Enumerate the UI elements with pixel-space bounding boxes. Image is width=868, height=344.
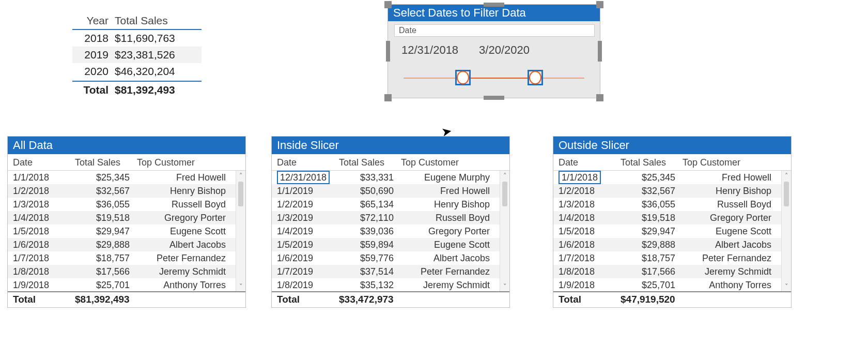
table-row[interactable]: 1/6/2019$59,776Albert Jacobs: [272, 251, 500, 265]
table-row[interactable]: 1/3/2018$36,055Russell Boyd: [8, 198, 236, 211]
table-row[interactable]: 1/8/2019$35,132Jeremy Schmidt: [272, 278, 500, 291]
table-row[interactable]: 1/6/2018$29,888Albert Jacobs: [8, 238, 236, 251]
card-column-headers[interactable]: DateTotal SalesTop Customer: [8, 154, 245, 171]
column-header-sales[interactable]: Total Sales: [339, 157, 401, 168]
resize-handle-ne[interactable]: [596, 1, 603, 8]
highlighted-date: 12/31/2018: [277, 171, 330, 184]
resize-handle-sw[interactable]: [384, 94, 392, 101]
scrollbar[interactable]: ˄˅: [781, 171, 791, 291]
resize-handle-s[interactable]: [484, 96, 504, 100]
scrollbar[interactable]: ˄˅: [500, 171, 509, 291]
cell-date: 1/2/2018: [559, 184, 621, 198]
table-row[interactable]: 1/9/2018$25,701Anthony Torres: [553, 278, 782, 291]
cell-sales: $33,331: [339, 171, 401, 184]
table-row[interactable]: 1/2/2018$32,567Henry Bishop: [8, 184, 236, 198]
cell-customer: Peter Fernandez: [683, 251, 776, 265]
column-header-customer[interactable]: Top Customer: [137, 157, 230, 168]
card-all-data[interactable]: All DataDateTotal SalesTop Customer1/1/2…: [7, 136, 246, 308]
cell-date: 1/1/2018: [559, 171, 621, 184]
resize-handle-n[interactable]: [484, 3, 504, 7]
column-header-sales[interactable]: Total Sales: [75, 157, 137, 168]
total-label: Total: [559, 294, 621, 305]
chevron-down-icon[interactable]: ˅: [503, 282, 507, 290]
cell-date: 1/3/2019: [277, 211, 339, 225]
cell-sales: $29,888: [75, 238, 137, 251]
table-row[interactable]: 1/4/2019$39,036Gregory Porter: [272, 225, 500, 238]
chevron-down-icon[interactable]: ˅: [239, 282, 243, 290]
card-column-headers[interactable]: DateTotal SalesTop Customer: [272, 154, 509, 171]
date-slicer-visual[interactable]: Select Dates to Filter Data Date 12/31/2…: [388, 4, 600, 98]
slider-handle-end[interactable]: [528, 70, 543, 85]
table-row[interactable]: 1/5/2018$29,947Eugene Scott: [8, 225, 236, 238]
card-outside-slicer[interactable]: Outside SlicerDateTotal SalesTop Custome…: [553, 136, 792, 308]
cell-sales: $18,757: [75, 251, 137, 265]
cell-date: 1/7/2018: [559, 251, 621, 265]
cell-date: 1/4/2018: [13, 211, 75, 225]
cell-date: 1/3/2018: [559, 198, 621, 211]
table-row[interactable]: 1/5/2019$59,894Eugene Scott: [272, 238, 500, 251]
card-inside-slicer[interactable]: Inside SlicerDateTotal SalesTop Customer…: [271, 136, 510, 308]
table-row[interactable]: 1/2/2018$32,567Henry Bishop: [553, 184, 782, 198]
chevron-up-icon[interactable]: ˄: [785, 172, 788, 180]
scroll-thumb[interactable]: [784, 182, 789, 206]
summary-total-value: $81,392,493: [115, 82, 202, 98]
column-header-customer[interactable]: Top Customer: [683, 157, 776, 168]
total-label: Total: [277, 294, 339, 305]
chevron-up-icon[interactable]: ˄: [503, 172, 507, 180]
chevron-up-icon[interactable]: ˄: [239, 172, 243, 180]
table-row[interactable]: 1/1/2019$50,690Fred Howell: [272, 184, 500, 198]
cell-customer: Fred Howell: [683, 171, 776, 184]
resize-handle-w[interactable]: [386, 41, 390, 62]
summary-table[interactable]: Year Total Sales 2018 $11,690,763 2019 $…: [72, 12, 202, 98]
resize-handle-nw[interactable]: [384, 1, 392, 8]
table-row[interactable]: 1/7/2018$18,757Peter Fernandez: [8, 251, 236, 265]
summary-sales: $11,690,763: [115, 30, 202, 47]
cell-date: 1/9/2018: [559, 278, 621, 291]
table-row[interactable]: 1/3/2019$72,110Russell Boyd: [272, 211, 500, 225]
table-row[interactable]: 1/4/2018$19,518Gregory Porter: [8, 211, 236, 225]
table-row[interactable]: 1/3/2018$36,055Russell Boyd: [553, 198, 782, 211]
slider-track-selected: [460, 78, 538, 79]
cell-customer: Russell Boyd: [683, 198, 776, 211]
table-row[interactable]: 1/7/2018$18,757Peter Fernandez: [553, 251, 782, 265]
column-header-date[interactable]: Date: [13, 157, 75, 168]
cell-customer: Albert Jacobs: [401, 251, 494, 265]
resize-handle-se[interactable]: [596, 94, 603, 101]
cell-customer: Fred Howell: [137, 171, 230, 184]
scroll-thumb[interactable]: [238, 182, 243, 206]
slicer-field-label[interactable]: Date: [394, 24, 595, 37]
cell-date: 1/3/2018: [13, 198, 75, 211]
table-row[interactable]: 1/8/2018$17,566Jeremy Schmidt: [8, 265, 236, 278]
table-row[interactable]: 1/6/2018$29,888Albert Jacobs: [553, 238, 782, 251]
table-row[interactable]: 1/5/2018$29,947Eugene Scott: [553, 225, 782, 238]
column-header-date[interactable]: Date: [277, 157, 339, 168]
column-header-date[interactable]: Date: [559, 157, 621, 168]
summary-row: 2020 $46,320,204: [72, 63, 202, 80]
chevron-down-icon[interactable]: ˅: [785, 282, 788, 290]
cell-sales: $36,055: [621, 198, 683, 211]
table-row[interactable]: 1/2/2019$65,134Henry Bishop: [272, 198, 500, 211]
card-column-headers[interactable]: DateTotal SalesTop Customer: [553, 154, 791, 171]
cell-sales: $17,566: [75, 265, 137, 278]
table-row[interactable]: 1/1/2018$25,345Fred Howell: [553, 171, 782, 184]
total-value: $33,472,973: [339, 294, 432, 305]
total-label: Total: [13, 294, 75, 305]
slicer-end-date[interactable]: 3/20/2020: [476, 42, 533, 58]
table-row[interactable]: 1/7/2019$37,514Peter Fernandez: [272, 265, 500, 278]
scroll-thumb[interactable]: [502, 182, 507, 206]
column-header-sales[interactable]: Total Sales: [621, 157, 683, 168]
summary-year: 2019: [72, 47, 115, 63]
cell-date: 1/1/2018: [13, 171, 75, 184]
slicer-slider[interactable]: [404, 70, 584, 87]
cell-customer: Gregory Porter: [683, 211, 776, 225]
table-row[interactable]: 12/31/2018$33,331Eugene Murphy: [272, 171, 500, 184]
scrollbar[interactable]: ˄˅: [236, 171, 245, 291]
table-row[interactable]: 1/4/2018$19,518Gregory Porter: [553, 211, 782, 225]
column-header-customer[interactable]: Top Customer: [401, 157, 494, 168]
table-row[interactable]: 1/8/2018$17,566Jeremy Schmidt: [553, 265, 782, 278]
table-row[interactable]: 1/1/2018$25,345Fred Howell: [8, 171, 236, 184]
table-row[interactable]: 1/9/2018$25,701Anthony Torres: [8, 278, 236, 291]
slicer-start-date[interactable]: 12/31/2018: [398, 42, 461, 58]
slider-handle-start[interactable]: [455, 70, 471, 85]
resize-handle-e[interactable]: [598, 41, 602, 62]
